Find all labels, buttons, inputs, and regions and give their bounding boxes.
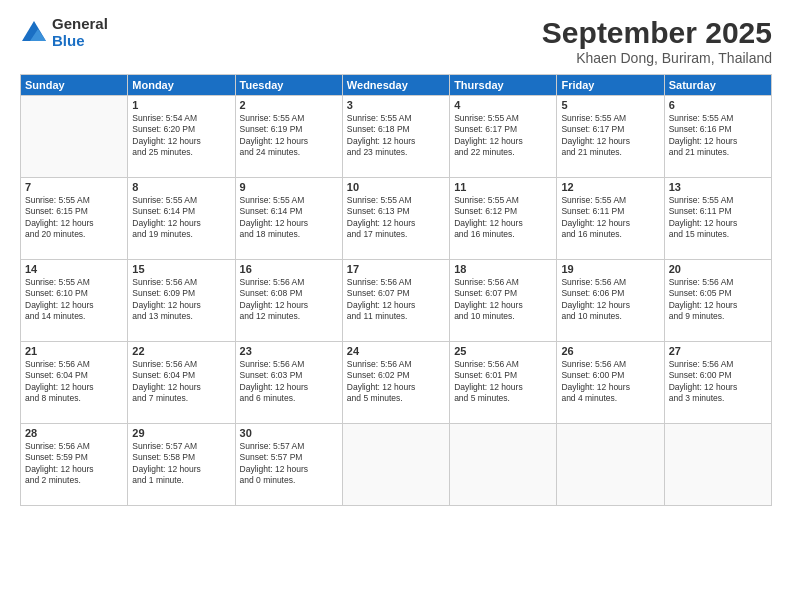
day-info: Sunrise: 5:55 AM Sunset: 6:14 PM Dayligh…	[132, 195, 230, 241]
day-number: 18	[454, 263, 552, 275]
day-number: 8	[132, 181, 230, 193]
day-number: 25	[454, 345, 552, 357]
day-info: Sunrise: 5:56 AM Sunset: 6:08 PM Dayligh…	[240, 277, 338, 323]
day-number: 12	[561, 181, 659, 193]
day-info: Sunrise: 5:55 AM Sunset: 6:12 PM Dayligh…	[454, 195, 552, 241]
calendar-header-row: SundayMondayTuesdayWednesdayThursdayFrid…	[21, 75, 772, 96]
day-number: 28	[25, 427, 123, 439]
calendar-cell: 1Sunrise: 5:54 AM Sunset: 6:20 PM Daylig…	[128, 96, 235, 178]
day-info: Sunrise: 5:56 AM Sunset: 6:00 PM Dayligh…	[561, 359, 659, 405]
calendar-cell: 23Sunrise: 5:56 AM Sunset: 6:03 PM Dayli…	[235, 342, 342, 424]
day-number: 22	[132, 345, 230, 357]
day-number: 16	[240, 263, 338, 275]
day-number: 13	[669, 181, 767, 193]
day-number: 17	[347, 263, 445, 275]
calendar-cell	[21, 96, 128, 178]
day-number: 19	[561, 263, 659, 275]
calendar-day-header: Thursday	[450, 75, 557, 96]
calendar-cell	[450, 424, 557, 506]
day-info: Sunrise: 5:57 AM Sunset: 5:57 PM Dayligh…	[240, 441, 338, 487]
day-info: Sunrise: 5:56 AM Sunset: 6:02 PM Dayligh…	[347, 359, 445, 405]
day-info: Sunrise: 5:55 AM Sunset: 6:13 PM Dayligh…	[347, 195, 445, 241]
day-number: 23	[240, 345, 338, 357]
logo-general-text: General	[52, 16, 108, 33]
calendar-week-row: 7Sunrise: 5:55 AM Sunset: 6:15 PM Daylig…	[21, 178, 772, 260]
day-number: 24	[347, 345, 445, 357]
calendar-cell: 2Sunrise: 5:55 AM Sunset: 6:19 PM Daylig…	[235, 96, 342, 178]
page: General Blue September 2025 Khaen Dong, …	[0, 0, 792, 612]
calendar-cell: 10Sunrise: 5:55 AM Sunset: 6:13 PM Dayli…	[342, 178, 449, 260]
calendar-week-row: 1Sunrise: 5:54 AM Sunset: 6:20 PM Daylig…	[21, 96, 772, 178]
calendar-body: 1Sunrise: 5:54 AM Sunset: 6:20 PM Daylig…	[21, 96, 772, 506]
logo-blue-text: Blue	[52, 33, 108, 50]
calendar-cell: 17Sunrise: 5:56 AM Sunset: 6:07 PM Dayli…	[342, 260, 449, 342]
day-number: 20	[669, 263, 767, 275]
day-number: 21	[25, 345, 123, 357]
day-info: Sunrise: 5:56 AM Sunset: 6:07 PM Dayligh…	[454, 277, 552, 323]
calendar-table: SundayMondayTuesdayWednesdayThursdayFrid…	[20, 74, 772, 506]
calendar-cell: 29Sunrise: 5:57 AM Sunset: 5:58 PM Dayli…	[128, 424, 235, 506]
day-number: 5	[561, 99, 659, 111]
day-info: Sunrise: 5:56 AM Sunset: 6:04 PM Dayligh…	[25, 359, 123, 405]
logo-icon	[20, 19, 48, 47]
day-number: 6	[669, 99, 767, 111]
day-number: 11	[454, 181, 552, 193]
calendar-cell: 24Sunrise: 5:56 AM Sunset: 6:02 PM Dayli…	[342, 342, 449, 424]
day-info: Sunrise: 5:55 AM Sunset: 6:18 PM Dayligh…	[347, 113, 445, 159]
logo-text: General Blue	[52, 16, 108, 49]
day-number: 30	[240, 427, 338, 439]
calendar-day-header: Monday	[128, 75, 235, 96]
calendar-cell: 8Sunrise: 5:55 AM Sunset: 6:14 PM Daylig…	[128, 178, 235, 260]
header: General Blue September 2025 Khaen Dong, …	[20, 16, 772, 66]
day-info: Sunrise: 5:56 AM Sunset: 6:01 PM Dayligh…	[454, 359, 552, 405]
day-info: Sunrise: 5:55 AM Sunset: 6:10 PM Dayligh…	[25, 277, 123, 323]
calendar-day-header: Friday	[557, 75, 664, 96]
day-info: Sunrise: 5:56 AM Sunset: 6:07 PM Dayligh…	[347, 277, 445, 323]
day-info: Sunrise: 5:56 AM Sunset: 6:09 PM Dayligh…	[132, 277, 230, 323]
calendar-day-header: Tuesday	[235, 75, 342, 96]
day-number: 1	[132, 99, 230, 111]
calendar-day-header: Wednesday	[342, 75, 449, 96]
day-info: Sunrise: 5:55 AM Sunset: 6:19 PM Dayligh…	[240, 113, 338, 159]
calendar-cell: 14Sunrise: 5:55 AM Sunset: 6:10 PM Dayli…	[21, 260, 128, 342]
day-number: 29	[132, 427, 230, 439]
calendar-cell: 7Sunrise: 5:55 AM Sunset: 6:15 PM Daylig…	[21, 178, 128, 260]
calendar-cell	[557, 424, 664, 506]
calendar-cell: 9Sunrise: 5:55 AM Sunset: 6:14 PM Daylig…	[235, 178, 342, 260]
calendar-cell: 6Sunrise: 5:55 AM Sunset: 6:16 PM Daylig…	[664, 96, 771, 178]
calendar-cell: 22Sunrise: 5:56 AM Sunset: 6:04 PM Dayli…	[128, 342, 235, 424]
day-number: 27	[669, 345, 767, 357]
day-number: 10	[347, 181, 445, 193]
calendar-cell: 25Sunrise: 5:56 AM Sunset: 6:01 PM Dayli…	[450, 342, 557, 424]
calendar-cell: 4Sunrise: 5:55 AM Sunset: 6:17 PM Daylig…	[450, 96, 557, 178]
calendar-day-header: Saturday	[664, 75, 771, 96]
title-block: September 2025 Khaen Dong, Buriram, Thai…	[542, 16, 772, 66]
month-title: September 2025	[542, 16, 772, 50]
day-info: Sunrise: 5:55 AM Sunset: 6:11 PM Dayligh…	[561, 195, 659, 241]
day-info: Sunrise: 5:56 AM Sunset: 6:06 PM Dayligh…	[561, 277, 659, 323]
logo: General Blue	[20, 16, 108, 49]
day-info: Sunrise: 5:56 AM Sunset: 6:04 PM Dayligh…	[132, 359, 230, 405]
calendar-cell: 21Sunrise: 5:56 AM Sunset: 6:04 PM Dayli…	[21, 342, 128, 424]
calendar-cell: 12Sunrise: 5:55 AM Sunset: 6:11 PM Dayli…	[557, 178, 664, 260]
day-number: 14	[25, 263, 123, 275]
calendar-cell	[342, 424, 449, 506]
calendar-week-row: 14Sunrise: 5:55 AM Sunset: 6:10 PM Dayli…	[21, 260, 772, 342]
day-number: 26	[561, 345, 659, 357]
day-info: Sunrise: 5:55 AM Sunset: 6:17 PM Dayligh…	[561, 113, 659, 159]
calendar-cell: 27Sunrise: 5:56 AM Sunset: 6:00 PM Dayli…	[664, 342, 771, 424]
day-info: Sunrise: 5:55 AM Sunset: 6:11 PM Dayligh…	[669, 195, 767, 241]
calendar-week-row: 28Sunrise: 5:56 AM Sunset: 5:59 PM Dayli…	[21, 424, 772, 506]
calendar-cell: 13Sunrise: 5:55 AM Sunset: 6:11 PM Dayli…	[664, 178, 771, 260]
calendar-cell: 28Sunrise: 5:56 AM Sunset: 5:59 PM Dayli…	[21, 424, 128, 506]
day-number: 3	[347, 99, 445, 111]
day-info: Sunrise: 5:55 AM Sunset: 6:16 PM Dayligh…	[669, 113, 767, 159]
calendar-cell: 11Sunrise: 5:55 AM Sunset: 6:12 PM Dayli…	[450, 178, 557, 260]
day-info: Sunrise: 5:57 AM Sunset: 5:58 PM Dayligh…	[132, 441, 230, 487]
day-number: 7	[25, 181, 123, 193]
day-info: Sunrise: 5:55 AM Sunset: 6:14 PM Dayligh…	[240, 195, 338, 241]
day-number: 2	[240, 99, 338, 111]
calendar-cell: 3Sunrise: 5:55 AM Sunset: 6:18 PM Daylig…	[342, 96, 449, 178]
day-info: Sunrise: 5:56 AM Sunset: 6:03 PM Dayligh…	[240, 359, 338, 405]
calendar-cell: 30Sunrise: 5:57 AM Sunset: 5:57 PM Dayli…	[235, 424, 342, 506]
